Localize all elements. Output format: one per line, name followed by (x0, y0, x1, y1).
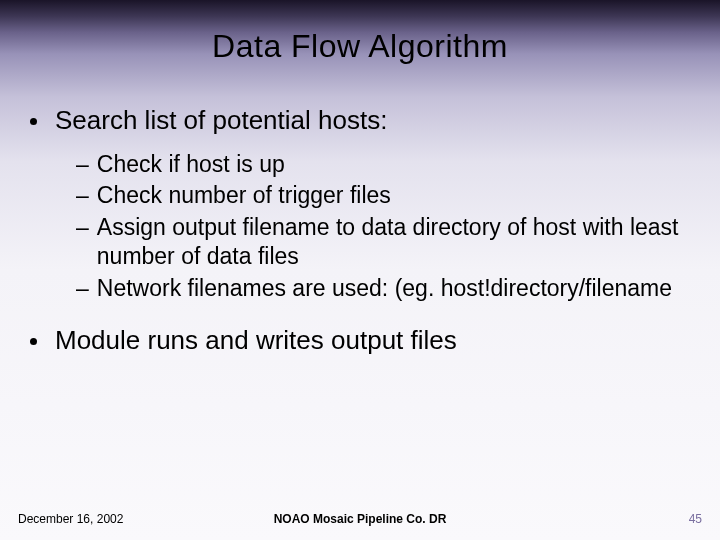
dash-icon: – (76, 274, 89, 303)
bullet-text: Assign output filename to data directory… (97, 213, 690, 272)
bullet-level2: – Check number of trigger files (76, 181, 690, 210)
bullet-text: Check number of trigger files (97, 181, 690, 210)
sub-bullet-list: – Check if host is up – Check number of … (30, 150, 690, 303)
bullet-text: Module runs and writes output files (55, 325, 457, 356)
slide-body: Search list of potential hosts: – Check … (0, 65, 720, 356)
bullet-level2: – Assign output filename to data directo… (76, 213, 690, 272)
dash-icon: – (76, 213, 89, 242)
slide-title: Data Flow Algorithm (0, 0, 720, 65)
bullet-dot-icon (30, 338, 37, 345)
bullet-text: Network filenames are used: (eg. host!di… (97, 274, 690, 303)
bullet-text: Search list of potential hosts: (55, 105, 387, 136)
bullet-level2: – Network filenames are used: (eg. host!… (76, 274, 690, 303)
footer-date: December 16, 2002 (18, 512, 123, 526)
footer-title: NOAO Mosaic Pipeline Co. DR (274, 512, 447, 526)
slide-footer: December 16, 2002 NOAO Mosaic Pipeline C… (0, 512, 720, 526)
bullet-level1: Search list of potential hosts: (30, 105, 690, 136)
footer-page-number: 45 (689, 512, 702, 526)
bullet-dot-icon (30, 118, 37, 125)
bullet-text: Check if host is up (97, 150, 690, 179)
bullet-level2: – Check if host is up (76, 150, 690, 179)
dash-icon: – (76, 181, 89, 210)
bullet-level1: Module runs and writes output files (30, 325, 690, 356)
dash-icon: – (76, 150, 89, 179)
